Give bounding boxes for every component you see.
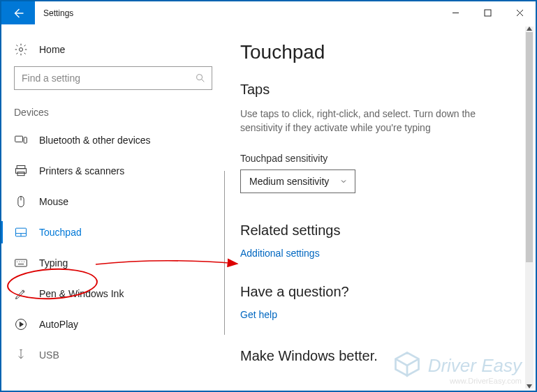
sidebar-item-label: Mouse [39, 196, 68, 207]
close-icon [516, 9, 524, 17]
sidebar-item-label: Typing [39, 257, 68, 269]
vertical-divider [224, 171, 225, 335]
svg-rect-7 [17, 172, 24, 176]
svg-rect-4 [24, 137, 27, 143]
keyboard-icon [14, 256, 28, 270]
minimize-button[interactable] [439, 1, 471, 24]
sidebar-item-pen[interactable]: Pen & Windows Ink [1, 278, 225, 309]
sidebar-item-label: Bluetooth & other devices [39, 135, 151, 146]
section-label: Devices [1, 107, 225, 125]
sidebar: Home Devices Bluetooth & other devices P… [1, 24, 225, 391]
sidebar-item-label: Touchpad [39, 227, 82, 238]
search-input[interactable] [22, 73, 195, 84]
home-button[interactable]: Home [1, 37, 225, 66]
sidebar-item-label: USB [39, 349, 59, 361]
titlebar: Settings [1, 1, 536, 24]
sidebar-item-label: Printers & scanners [39, 165, 124, 176]
scroll-up-icon[interactable] [525, 25, 534, 32]
scrollbar[interactable] [525, 27, 534, 389]
search-input-wrap[interactable] [14, 66, 212, 90]
scrollbar-thumb[interactable] [526, 32, 533, 262]
taps-heading: Taps [240, 82, 516, 98]
sidebar-item-mouse[interactable]: Mouse [1, 186, 225, 217]
additional-settings-link[interactable]: Additional settings [240, 248, 320, 259]
maximize-button[interactable] [471, 1, 503, 24]
mouse-icon [14, 195, 28, 209]
sensitivity-select[interactable]: Medium sensitivity [240, 169, 355, 193]
window-controls [439, 1, 536, 24]
sensitivity-label: Touchpad sensitivity [240, 153, 516, 164]
svg-rect-13 [15, 259, 27, 266]
pen-icon [14, 287, 28, 301]
close-button[interactable] [503, 1, 536, 24]
devices-icon [14, 133, 28, 147]
sidebar-item-usb[interactable]: USB [1, 340, 225, 362]
sidebar-item-label: AutoPlay [39, 319, 78, 330]
svg-rect-5 [17, 166, 25, 169]
sidebar-item-typing[interactable]: Typing [1, 248, 225, 278]
taps-description: Use taps to click, right-click, and sele… [240, 107, 492, 135]
svg-rect-0 [485, 10, 491, 16]
chevron-down-icon [339, 177, 348, 186]
home-label: Home [39, 44, 65, 55]
svg-rect-3 [15, 136, 23, 142]
maximize-icon [484, 9, 492, 17]
gear-icon [14, 43, 28, 56]
sidebar-item-bluetooth[interactable]: Bluetooth & other devices [1, 125, 225, 156]
nav-list: Bluetooth & other devices Printers & sca… [1, 125, 225, 362]
autoplay-icon [14, 317, 28, 331]
window-title: Settings [35, 1, 82, 24]
usb-icon [14, 348, 28, 362]
related-heading: Related settings [240, 223, 516, 239]
sidebar-item-label: Pen & Windows Ink [39, 288, 124, 299]
svg-point-1 [20, 48, 23, 52]
sidebar-item-autoplay[interactable]: AutoPlay [1, 309, 225, 340]
main-panel: Touchpad Taps Use taps to click, right-c… [225, 24, 536, 391]
question-heading: Have a question? [240, 284, 516, 300]
printer-icon [14, 164, 28, 178]
get-help-link[interactable]: Get help [240, 309, 277, 320]
scroll-down-icon[interactable] [525, 383, 534, 390]
feedback-heading: Make Windows better. [240, 348, 516, 364]
svg-point-2 [197, 75, 203, 80]
search-icon [195, 73, 206, 84]
back-button[interactable] [1, 1, 35, 24]
touchpad-icon [14, 225, 28, 239]
minimize-icon [452, 9, 459, 17]
sidebar-item-touchpad[interactable]: Touchpad [1, 217, 225, 248]
page-title: Touchpad [240, 41, 516, 63]
sensitivity-value: Medium sensitivity [249, 176, 329, 187]
arrow-left-icon [12, 7, 24, 20]
sidebar-item-printers[interactable]: Printers & scanners [1, 156, 225, 186]
